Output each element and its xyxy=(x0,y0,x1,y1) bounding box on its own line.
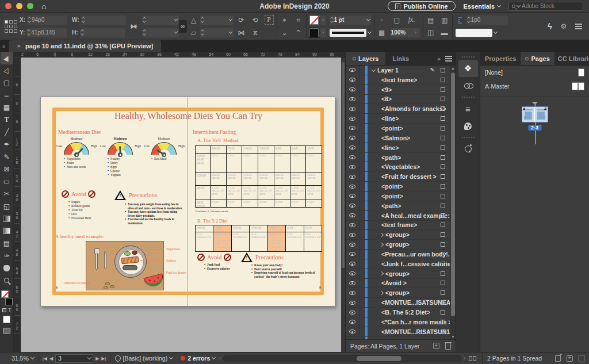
layer-target-square[interactable] xyxy=(441,281,445,285)
layer-target-square[interactable] xyxy=(441,97,445,101)
layer-visibility-cell[interactable] xyxy=(346,288,359,297)
layer-row[interactable]: <path> xyxy=(346,201,450,211)
layer-target-square[interactable] xyxy=(441,155,445,160)
search-input[interactable] xyxy=(522,3,573,9)
chevron-down-icon[interactable] xyxy=(494,29,498,33)
tab-cc-libraries[interactable]: CC Librarie xyxy=(554,52,589,65)
layer-visibility-cell[interactable] xyxy=(346,211,359,220)
layer-target-square[interactable] xyxy=(441,262,445,266)
layer-target-square[interactable] xyxy=(441,320,445,324)
layer-visibility-cell[interactable] xyxy=(346,201,359,210)
layer-row[interactable]: <text frame> xyxy=(346,221,450,231)
horizontal-ruler[interactable]: 12606121824303642485460667278849096 xyxy=(21,52,345,58)
live-corner-icon[interactable]: ⣏ xyxy=(456,16,465,24)
layer-visibility-cell[interactable] xyxy=(346,279,359,288)
layer-row[interactable]: <Avoid > xyxy=(346,279,450,289)
layer-visibility-cell[interactable] xyxy=(346,269,359,278)
last-page-button[interactable]: ▶| xyxy=(101,356,106,361)
gear-icon[interactable]: ⚙ xyxy=(559,22,568,30)
layer-row[interactable]: <9> xyxy=(346,85,450,95)
layer-target-square[interactable] xyxy=(441,194,445,198)
diet-gauge-1[interactable]: Low Moderate High •Vegetables•Fruits•Nut… xyxy=(56,137,97,169)
stepper-icon[interactable] xyxy=(81,30,83,35)
layer-row[interactable]: <point> xyxy=(346,191,450,201)
layer-visibility-cell[interactable] xyxy=(346,298,359,307)
document-tab[interactable]: × page 10 and 11.indd @ 31% [GPU Preview… xyxy=(9,40,162,52)
layer-target-square[interactable] xyxy=(441,68,445,72)
tab-properties[interactable]: Properties xyxy=(480,52,521,65)
tab-layers[interactable]: Layers xyxy=(346,52,385,65)
mediterranean-diet-heading[interactable]: Mediterranean Diet xyxy=(58,129,101,135)
table-5-2-diet[interactable]: MONTUEWEDTHURFRISATSUNEAT NORMALYWOMEN: … xyxy=(195,225,322,252)
scale-y-field[interactable] xyxy=(142,28,179,37)
layer-visibility-cell[interactable] xyxy=(346,95,359,104)
chevron-down-icon[interactable] xyxy=(368,29,372,33)
swatch-preview-dropdown[interactable] xyxy=(456,29,492,37)
master-page-row[interactable]: A-Master xyxy=(480,79,589,93)
pen-tool[interactable]: ✒ xyxy=(1,139,13,151)
new-layer-button[interactable] xyxy=(433,343,439,349)
meal-example-heading[interactable]: A healthy meal example: xyxy=(55,233,104,239)
spread-2-3-thumbnail[interactable]: A A xyxy=(522,106,548,122)
layer-target-square[interactable] xyxy=(441,204,445,208)
layer-visibility-cell[interactable] xyxy=(346,191,359,201)
workspace-switcher[interactable]: Essentials xyxy=(464,3,500,10)
method-b-heading[interactable]: B. The 5:2 Diet xyxy=(197,218,228,224)
layer-row[interactable]: <B. The 5:2 Diet> xyxy=(346,308,450,317)
chevron-down-icon[interactable] xyxy=(174,30,178,33)
layer-row[interactable]: <line> xyxy=(346,143,450,153)
stepper-icon[interactable] xyxy=(28,17,30,22)
chevron-right-icon[interactable] xyxy=(380,271,384,275)
constrain-scale-link-icon[interactable]: ∞ xyxy=(179,20,187,33)
zoom-window-button[interactable] xyxy=(27,3,33,9)
page-number-field[interactable] xyxy=(55,354,93,363)
layer-row[interactable]: <Junk f...cessive calories> xyxy=(346,259,450,269)
layer-target-square[interactable] xyxy=(441,300,445,305)
layer-row[interactable]: <Salmon> xyxy=(346,133,450,143)
zoom-tool[interactable] xyxy=(1,274,13,287)
layer-target-square[interactable] xyxy=(441,87,445,92)
text-wrap-bounding-icon[interactable]: ▥ xyxy=(440,16,449,24)
text-wrap-none-icon[interactable]: ▤ xyxy=(426,16,435,24)
layer-row[interactable]: <line> xyxy=(346,114,450,124)
layer-target-square[interactable] xyxy=(441,78,445,82)
layer-row[interactable]: <path> xyxy=(346,153,450,163)
ruler-origin-corner[interactable] xyxy=(14,52,21,58)
layer-target-square[interactable] xyxy=(441,232,445,237)
distribute-icon[interactable]: ▬ xyxy=(440,29,449,37)
spread-page[interactable]: Healthy, Wholesome Diets You Can Try Med… xyxy=(40,97,335,306)
layer-target-square[interactable] xyxy=(441,174,445,179)
chevron-down-icon[interactable] xyxy=(174,17,178,21)
width-field[interactable] xyxy=(81,16,126,25)
opacity-field[interactable]: 100%› xyxy=(390,28,420,37)
precautions-section-right[interactable]: Precautions •Know your own body!•Don't s… xyxy=(241,252,322,278)
height-field[interactable] xyxy=(80,28,125,37)
flip-horizontal-icon[interactable]: ⋈ xyxy=(237,29,246,37)
layer-target-square[interactable] xyxy=(441,184,445,189)
chevron-down-icon[interactable] xyxy=(372,68,376,72)
layer-visibility-cell[interactable] xyxy=(346,124,359,133)
fill-swatch[interactable] xyxy=(309,16,319,25)
layer-target-square[interactable] xyxy=(441,136,445,140)
gap-value-field[interactable] xyxy=(466,16,508,25)
layer-row[interactable]: <group> xyxy=(346,269,450,279)
layer-visibility-cell[interactable] xyxy=(346,230,359,239)
collapse-panel-icon[interactable]: » xyxy=(437,55,441,62)
reference-point-proxy[interactable] xyxy=(5,20,17,33)
constrain-dimensions-icon[interactable]: ⧓ xyxy=(129,22,139,30)
avoid-section-right[interactable]: Avoid •Junk food•Excessive calories xyxy=(197,254,248,270)
hand-tool[interactable] xyxy=(1,262,13,275)
x-position-field[interactable] xyxy=(27,16,67,25)
layer-visibility-cell[interactable] xyxy=(346,327,359,336)
stroke-swatch[interactable] xyxy=(309,28,319,37)
spread-view-button[interactable] xyxy=(469,356,482,361)
formatting-container-icon[interactable] xyxy=(2,308,6,312)
close-tab-icon[interactable]: × xyxy=(17,43,21,49)
scale-x-field[interactable] xyxy=(142,16,179,25)
layer-target-square[interactable] xyxy=(441,126,445,131)
layer-target-square[interactable] xyxy=(441,329,445,334)
stepper-icon[interactable] xyxy=(28,30,30,35)
select-next-icon[interactable]: ⌃ xyxy=(294,29,303,37)
tab-links[interactable]: Links xyxy=(385,52,416,65)
preflight-errors-dropdown[interactable]: 2 errors xyxy=(177,355,219,362)
